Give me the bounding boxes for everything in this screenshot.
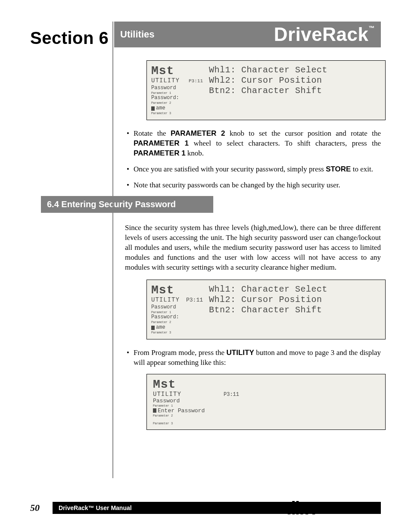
lcd2-utility: UTILITY xyxy=(151,296,180,304)
utilities-label: Utilities xyxy=(120,29,154,40)
lcd2-line2: Password: xyxy=(151,314,203,320)
lcd3-line2: Enter Password xyxy=(158,408,205,414)
cursor-block-icon xyxy=(151,106,155,111)
vertical-rule xyxy=(112,22,113,478)
bullet-dot: • xyxy=(125,165,129,174)
lcd3-line2-row: Enter Password xyxy=(153,408,239,414)
bullet-dot: • xyxy=(125,348,129,368)
trademark-symbol: ™ xyxy=(369,25,375,31)
lcd3-mode: Mst xyxy=(153,379,239,391)
bullet-4: • From Program mode, press the UTILITY b… xyxy=(125,348,381,368)
lcd2-right: Whl1: Character Select Whl2: Cursor Posi… xyxy=(209,284,379,335)
lcd1-line3-row: ame xyxy=(151,105,203,112)
lcd-display-1: Mst UTILITY P3:11 Password Parameter 1 P… xyxy=(146,60,386,120)
bullet-list-2: • From Program mode, press the UTILITY b… xyxy=(125,348,381,368)
lcd2-page: P3:11 xyxy=(186,297,203,304)
cursor-block-icon xyxy=(151,326,155,330)
bullet-2: • Once you are satisfied with your secur… xyxy=(125,165,381,174)
header-bar: Utilities DriveRack™ xyxy=(114,22,381,47)
section-title: Section 6 xyxy=(30,29,109,47)
lcd3-param1: Parameter 1 xyxy=(153,404,239,408)
bullet-3-text: Note that security passwords can be chan… xyxy=(134,180,381,190)
lcd1-utility: UTILITY xyxy=(151,77,180,85)
lcd1-line3: ame xyxy=(156,105,165,112)
footer-logo-block: dbx PROFESSIONAL PRODUCTS xyxy=(285,499,381,517)
lcd1-left: Mst UTILITY P3:11 Password Parameter 1 P… xyxy=(151,65,203,115)
lcd1-param3: Parameter 3 xyxy=(151,112,203,115)
lcd1-line2: Password: xyxy=(151,95,203,101)
section-6-4-heading: 6.4 Entering Security Password xyxy=(41,196,213,213)
lcd3-param2: Parameter 2 xyxy=(153,414,239,417)
lcd1-param1: Parameter 1 xyxy=(151,91,203,95)
bullet-1-text: Rotate the PARAMETER 2 knob to set the c… xyxy=(134,129,381,159)
lcd-display-3: Mst UTILITY P3:11 Password Parameter 1 E… xyxy=(146,374,386,430)
bullet-dot: • xyxy=(125,129,129,159)
bullet-3: • Note that security passwords can be ch… xyxy=(125,180,381,190)
lcd1-line1: Password xyxy=(151,85,203,91)
lcd1-right: Whl1: Character Select Whl2: Cursor Posi… xyxy=(209,65,379,115)
bullet-list-1: • Rotate the PARAMETER 2 knob to set the… xyxy=(125,129,381,190)
bullet-1: • Rotate the PARAMETER 2 knob to set the… xyxy=(125,129,381,159)
lcd3-param3: Parameter 3 xyxy=(153,422,239,425)
lcd1-page: P3:11 xyxy=(189,78,203,84)
dbx-logo: dbx xyxy=(285,499,314,517)
lcd2-line3: ame xyxy=(156,324,165,331)
section-block: Section 6 xyxy=(30,22,114,47)
dbx-tagline: PROFESSIONAL PRODUCTS xyxy=(317,510,381,515)
lcd2-param2: Parameter 2 xyxy=(151,320,203,324)
lcd2-mode: Mst xyxy=(151,284,203,296)
bullet-2-text: Once you are satisfied with your securit… xyxy=(134,165,381,174)
lcd2-param1: Parameter 1 xyxy=(151,311,203,314)
cursor-block-icon xyxy=(153,408,156,413)
lcd2-line1: Password xyxy=(151,304,203,311)
lcd3-line1: Password xyxy=(153,398,239,404)
lcd3-utility: UTILITY xyxy=(153,391,181,398)
lcd3-page: P3:11 xyxy=(224,392,239,398)
page-number: 50 xyxy=(30,502,53,513)
lcd2-left: Mst UTILITY P3:11 Password Parameter 1 P… xyxy=(151,284,203,335)
product-name: DriveRack™ xyxy=(274,25,375,44)
lcd1-param2: Parameter 2 xyxy=(151,101,203,105)
lcd2-param3: Parameter 3 xyxy=(151,331,203,335)
section-6-4-paragraph: Since the security system has three leve… xyxy=(125,223,381,273)
page-header: Section 6 Utilities DriveRack™ xyxy=(30,22,381,47)
lcd2-line3-row: ame xyxy=(151,324,203,331)
product-name-text: DriveRack xyxy=(274,24,369,45)
bullet-dot: • xyxy=(125,180,129,190)
bullet-4-text: From Program mode, press the UTILITY but… xyxy=(134,348,381,368)
lcd1-mode: Mst xyxy=(151,65,203,77)
lcd-display-2: Mst UTILITY P3:11 Password Parameter 1 P… xyxy=(146,280,386,339)
